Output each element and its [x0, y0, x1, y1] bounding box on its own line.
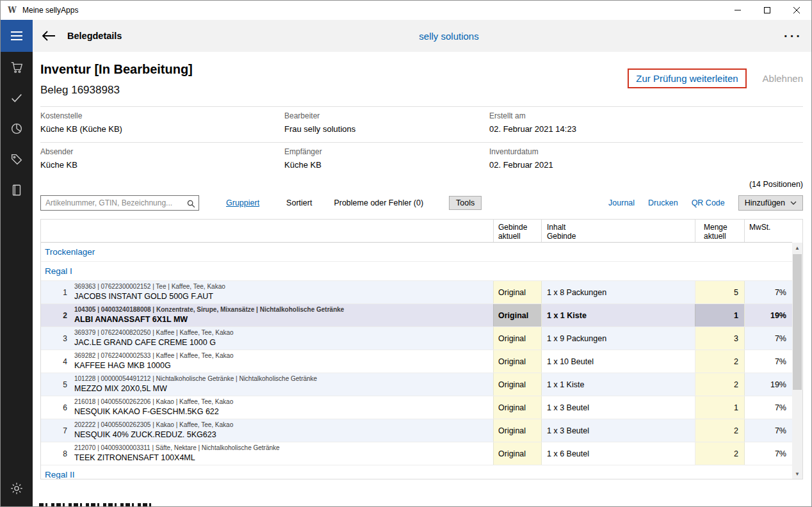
- table-row[interactable]: 4369282 | 07622400002533 | Kaffee | Kaff…: [41, 350, 792, 373]
- back-button[interactable]: [40, 28, 57, 44]
- search-button[interactable]: [185, 198, 197, 209]
- main-content: Inventur [In Bearbeitung] Beleg 16938983…: [33, 52, 811, 506]
- table-group-header[interactable]: Regal I: [41, 262, 792, 281]
- sidebar-item-catalog[interactable]: [1, 175, 33, 205]
- add-button[interactable]: Hinzufügen: [738, 195, 803, 211]
- article-name: NESQUIK KAKAO F-GESCHM.5KG 622: [74, 407, 219, 417]
- app-logo-icon: W: [7, 5, 17, 15]
- article-meta: 216018 | 04005500262206 | Kakao | Kaffee…: [74, 398, 233, 406]
- close-icon: [793, 7, 800, 13]
- page-title: Belegdetails: [67, 20, 122, 52]
- field-value-kostenstelle: Küche KB (Küche KB): [40, 124, 284, 134]
- reject-button[interactable]: Ablehnen: [763, 73, 803, 84]
- table-row[interactable]: 1369363 | 07622300002152 | Tee | Kaffee,…: [41, 281, 792, 304]
- gebinde-cell[interactable]: Original: [493, 419, 541, 442]
- field-label-bearbeiter: Bearbeiter: [284, 111, 489, 120]
- menge-cell[interactable]: 3: [695, 327, 744, 350]
- sidebar-item-cart[interactable]: [1, 52, 33, 83]
- inhalt-cell: 1 x 6 Beutel: [541, 442, 695, 465]
- table-row[interactable]: 6216018 | 04005500262206 | Kakao | Kaffe…: [41, 396, 792, 419]
- gebinde-cell[interactable]: Original: [493, 373, 541, 396]
- search-input[interactable]: [41, 196, 199, 210]
- menge-cell[interactable]: 2: [695, 350, 744, 373]
- minimize-button[interactable]: [723, 1, 752, 20]
- field-value-bearbeiter: Frau selly solutions: [284, 124, 489, 134]
- problems-filter[interactable]: Probleme oder Fehler (0): [334, 198, 423, 207]
- column-header-gebinde: Gebinde aktuell: [493, 220, 541, 242]
- maximize-icon: [764, 7, 770, 13]
- inhalt-cell: 1 x 1 Kiste: [541, 373, 695, 396]
- article-name: KAFFEE HAG MKB 1000G: [74, 361, 171, 371]
- gebinde-cell[interactable]: Original: [493, 442, 541, 465]
- sorted-toggle[interactable]: Sortiert: [286, 198, 312, 207]
- sidebar: [1, 52, 33, 506]
- print-link[interactable]: Drucken: [648, 198, 678, 207]
- menge-cell[interactable]: 5: [695, 281, 744, 303]
- menge-cell[interactable]: 2: [695, 442, 744, 465]
- info-row: Absender Küche KB Empfänger Küche KB Inv…: [40, 142, 803, 178]
- article-meta: 212070 | 04009300003311 | Säfte, Nektare…: [74, 444, 280, 452]
- column-header-inhalt: Inhalt Gebinde: [541, 220, 695, 242]
- document-actions: Zur Prüfung weiterleiten Ablehnen: [628, 68, 803, 88]
- tools-button[interactable]: Tools: [449, 196, 482, 210]
- close-button[interactable]: [782, 1, 811, 20]
- sidebar-item-tasks[interactable]: [1, 83, 33, 113]
- mwst-cell: 7%: [744, 350, 792, 373]
- table-row[interactable]: 5101228 | 00000054491212 | Nichtalkoholi…: [41, 373, 792, 396]
- pie-chart-icon: [10, 122, 24, 136]
- gebinde-cell[interactable]: Original: [493, 304, 541, 326]
- menge-cell[interactable]: 2: [695, 373, 744, 396]
- article-meta: 369363 | 07622300002152 | Tee | Kaffee, …: [74, 283, 225, 291]
- scrollbar-thumb[interactable]: [793, 254, 802, 390]
- hamburger-menu-button[interactable]: [1, 20, 33, 52]
- inhalt-cell: 1 x 3 Beutel: [541, 396, 695, 419]
- row-number: 6: [41, 396, 73, 419]
- field-value-inventurdatum: 02. Februar 2021: [489, 160, 803, 170]
- table-group-header[interactable]: Regal II: [41, 465, 792, 479]
- menge-cell[interactable]: 1: [695, 396, 744, 419]
- article-name: JACOBS INSTANT GOLD 500G F.AUT: [74, 292, 213, 302]
- sidebar-item-prices[interactable]: [1, 144, 33, 175]
- journal-link[interactable]: Journal: [608, 198, 635, 207]
- gebinde-cell[interactable]: Original: [493, 281, 541, 303]
- gebinde-cell[interactable]: Original: [493, 396, 541, 419]
- positions-table: Gebinde aktuell Inhalt Gebinde Menge akt…: [40, 219, 803, 479]
- column-header-number: [41, 220, 73, 242]
- table-row[interactable]: 7202222 | 04005500262305 | Kakao | Kaffe…: [41, 419, 792, 442]
- inhalt-cell: 1 x 8 Packungen: [541, 281, 695, 303]
- field-label-empfaenger: Empfänger: [284, 147, 489, 156]
- grouped-toggle[interactable]: Gruppiert: [226, 198, 259, 207]
- table-row[interactable]: 8212070 | 04009300003311 | Säfte, Nektar…: [41, 442, 792, 465]
- qr-code-link[interactable]: QR Code: [692, 198, 725, 207]
- gebinde-cell[interactable]: Original: [493, 350, 541, 373]
- forward-for-review-button[interactable]: Zur Prüfung weiterleiten: [628, 68, 746, 88]
- article-cell: 212070 | 04009300003311 | Säfte, Nektare…: [73, 442, 493, 465]
- sidebar-item-settings[interactable]: [1, 473, 33, 504]
- field-label-absender: Absender: [40, 147, 284, 156]
- article-meta: 202222 | 04005500262305 | Kakao | Kaffee…: [74, 421, 233, 429]
- table-row[interactable]: 2104305 | 04003240188008 | Konzentrate, …: [41, 304, 792, 327]
- maximize-button[interactable]: [752, 1, 782, 20]
- search-icon: [187, 200, 195, 208]
- chevron-down-icon: [790, 201, 797, 205]
- mwst-cell: 7%: [744, 396, 792, 419]
- scroll-down-button[interactable]: ▼: [792, 469, 802, 479]
- more-options-button[interactable]: ···: [784, 20, 802, 52]
- sidebar-item-statistics[interactable]: [1, 113, 33, 144]
- menge-cell[interactable]: 2: [695, 419, 744, 442]
- tag-icon: [10, 152, 24, 166]
- table-group-header[interactable]: Trockenlager: [41, 243, 792, 262]
- vertical-scrollbar[interactable]: ▲ ▼: [792, 243, 802, 479]
- menge-cell[interactable]: 1: [695, 304, 744, 326]
- article-meta: 101228 | 00000054491212 | Nichtalkoholis…: [74, 375, 317, 383]
- row-number: 3: [41, 327, 73, 350]
- scroll-up-button[interactable]: ▲: [792, 243, 802, 253]
- article-cell: 369282 | 07622400002533 | Kaffee | Kaffe…: [73, 350, 493, 373]
- row-number: 5: [41, 373, 73, 396]
- field-label-inventurdatum: Inventurdatum: [489, 147, 803, 156]
- article-cell: 202222 | 04005500262305 | Kakao | Kaffee…: [73, 419, 493, 442]
- table-row[interactable]: 3369379 | 07622400820250 | Kaffee | Kaff…: [41, 327, 792, 350]
- article-name: ALBI ANANASSAFT 6X1L MW: [74, 315, 188, 325]
- gebinde-cell[interactable]: Original: [493, 327, 541, 350]
- inhalt-cell: 1 x 10 Beutel: [541, 350, 695, 373]
